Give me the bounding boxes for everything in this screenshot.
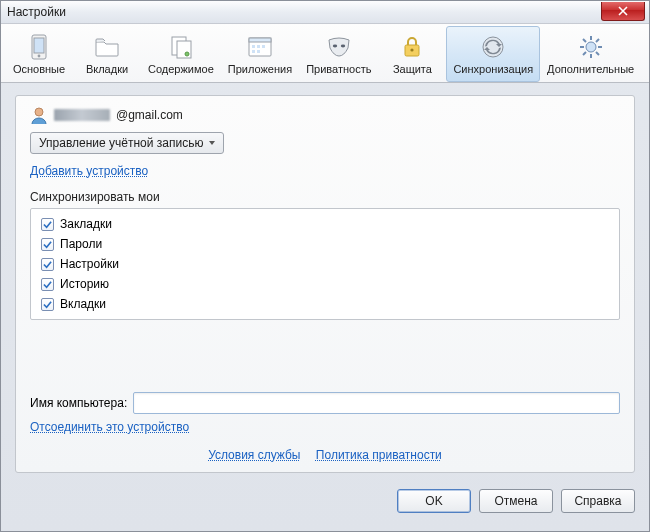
svg-point-14 — [341, 45, 345, 48]
titlebar: Настройки — [1, 1, 649, 24]
tab-tabs-label: Вкладки — [86, 63, 128, 75]
tab-content-label: Содержимое — [148, 63, 214, 75]
lock-icon — [398, 33, 426, 61]
tabs-toolbar: Основные Вкладки Содержимое Приложения П… — [1, 24, 649, 83]
svg-rect-10 — [262, 45, 265, 48]
svg-point-18 — [586, 42, 596, 52]
checkbox-history-label: Историю — [60, 277, 109, 291]
terms-link[interactable]: Условия службы — [208, 448, 300, 462]
checkbox-bookmarks-label: Закладки — [60, 217, 112, 231]
checkbox-settings-label: Настройки — [60, 257, 119, 271]
close-icon — [618, 6, 628, 16]
sync-section-label: Синхронизировать мои — [30, 190, 620, 204]
svg-point-2 — [38, 55, 41, 58]
sync-item-row: Настройки — [41, 257, 609, 271]
sync-icon — [479, 33, 507, 61]
svg-point-5 — [185, 52, 189, 56]
svg-line-24 — [596, 52, 599, 55]
tab-privacy-label: Приватность — [306, 63, 371, 75]
sync-item-row: Историю — [41, 277, 609, 291]
checkbox-passwords-label: Пароли — [60, 237, 102, 251]
checkbox-history[interactable] — [41, 278, 54, 291]
computer-name-row: Имя компьютера: — [30, 392, 620, 414]
svg-rect-11 — [252, 50, 255, 53]
checkbox-tabs[interactable] — [41, 298, 54, 311]
svg-rect-12 — [257, 50, 260, 53]
dialog-button-row: OK Отмена Справка — [1, 481, 649, 531]
tab-tabs[interactable]: Вкладки — [73, 26, 141, 82]
help-button[interactable]: Справка — [561, 489, 635, 513]
gear-icon — [577, 33, 605, 61]
tab-advanced[interactable]: Дополнительные — [540, 26, 641, 82]
tab-sync-label: Синхронизация — [453, 63, 533, 75]
svg-line-23 — [583, 39, 586, 42]
ok-button[interactable]: OK — [397, 489, 471, 513]
footer-links: Условия службы Политика приватности — [30, 448, 620, 462]
window-title: Настройки — [7, 5, 66, 19]
sync-items-box: Закладки Пароли Настройки Историю Вкладк… — [30, 208, 620, 320]
tab-security[interactable]: Защита — [378, 26, 446, 82]
svg-rect-1 — [34, 38, 44, 53]
folder-icon — [93, 33, 121, 61]
tab-content[interactable]: Содержимое — [141, 26, 221, 82]
checkbox-passwords[interactable] — [41, 238, 54, 251]
svg-point-16 — [411, 48, 414, 51]
sync-panel: @gmail.com Управление учётной записью До… — [15, 95, 635, 473]
add-device-link[interactable]: Добавить устройство — [30, 164, 148, 178]
computer-name-input[interactable] — [133, 392, 620, 414]
chevron-down-icon — [209, 141, 215, 145]
checkbox-bookmarks[interactable] — [41, 218, 54, 231]
tab-sync[interactable]: Синхронизация — [446, 26, 540, 82]
tab-applications-label: Приложения — [228, 63, 292, 75]
phone-icon — [25, 33, 53, 61]
tab-privacy[interactable]: Приватность — [299, 26, 378, 82]
svg-point-27 — [35, 108, 43, 116]
page-icon — [167, 33, 195, 61]
tab-security-label: Защита — [393, 63, 432, 75]
tab-advanced-label: Дополнительные — [547, 63, 634, 75]
close-button[interactable] — [601, 2, 645, 21]
sync-item-row: Пароли — [41, 237, 609, 251]
account-row: @gmail.com — [30, 106, 620, 124]
sync-item-row: Закладки — [41, 217, 609, 231]
privacy-link[interactable]: Политика приватности — [316, 448, 442, 462]
account-email-suffix: @gmail.com — [116, 108, 183, 122]
manage-account-label: Управление учётной записью — [39, 136, 203, 150]
account-name-redacted — [54, 109, 110, 121]
computer-name-label: Имя компьютера: — [30, 396, 127, 410]
tab-general[interactable]: Основные — [5, 26, 73, 82]
svg-rect-7 — [249, 38, 271, 42]
user-avatar-icon — [30, 106, 48, 124]
content-area: @gmail.com Управление учётной записью До… — [1, 83, 649, 481]
checkbox-settings[interactable] — [41, 258, 54, 271]
svg-line-26 — [583, 52, 586, 55]
cancel-button[interactable]: Отмена — [479, 489, 553, 513]
svg-point-13 — [333, 45, 337, 48]
detach-device-link[interactable]: Отсоединить это устройство — [30, 420, 189, 434]
svg-rect-9 — [257, 45, 260, 48]
settings-window: Настройки Основные Вкладки Содержимое — [0, 0, 650, 532]
tab-general-label: Основные — [13, 63, 65, 75]
window-grid-icon — [246, 33, 274, 61]
tab-applications[interactable]: Приложения — [221, 26, 299, 82]
mask-icon — [325, 33, 353, 61]
checkbox-tabs-label: Вкладки — [60, 297, 106, 311]
svg-rect-8 — [252, 45, 255, 48]
manage-account-button[interactable]: Управление учётной записью — [30, 132, 224, 154]
sync-item-row: Вкладки — [41, 297, 609, 311]
svg-line-25 — [596, 39, 599, 42]
